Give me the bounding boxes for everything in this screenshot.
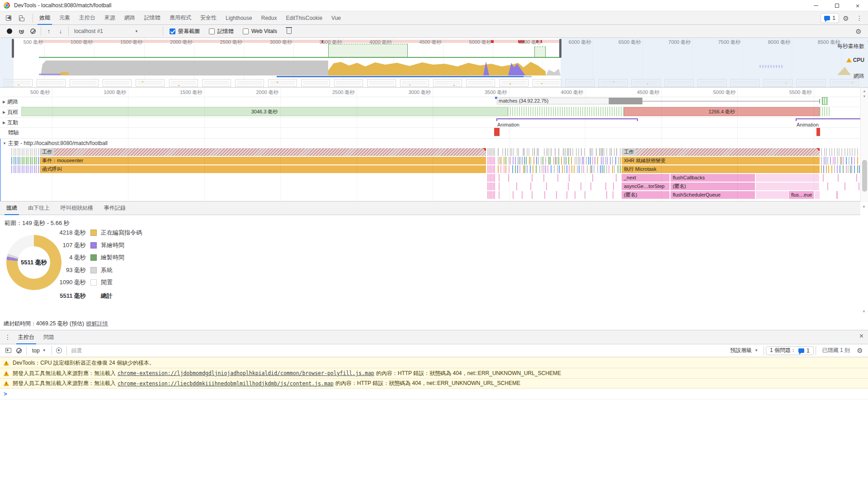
layout-shift-marker[interactable] [816, 128, 820, 136]
source-map-link[interactable]: chrome-extension://liecbddmkiiihnedobmlm… [118, 380, 334, 387]
tab-network[interactable]: 網路 [120, 11, 140, 25]
js-frame-bar[interactable]: _next [622, 174, 670, 182]
flame-sliver [499, 174, 500, 182]
maximize-button[interactable] [826, 0, 847, 11]
flame-chart-area[interactable]: ▶網路 ▶頁框 ▶互動 體驗 matches (34.92.22.75) 304… [0, 88, 860, 202]
issues-counter[interactable]: 1 個問題： 1 [766, 346, 814, 355]
network-request[interactable]: matches (34.92.22.75) [497, 98, 609, 104]
frame-partial[interactable] [508, 107, 624, 116]
memory-checkbox[interactable]: 記憶體 [209, 28, 234, 35]
frame-dropped[interactable]: 1266.4 毫秒 [624, 107, 820, 116]
console-prompt[interactable]: > [0, 389, 868, 399]
scroll-down-icon[interactable]: ▼ [863, 94, 866, 99]
function-call-bar[interactable]: 函式呼叫 [40, 165, 486, 173]
device-toolbar-button[interactable] [15, 12, 29, 24]
tab-lighthouse[interactable]: Lighthouse [221, 11, 257, 25]
js-frame-bar[interactable]: flus…eue [789, 191, 814, 199]
capture-settings-button[interactable]: ⚙ [853, 26, 864, 37]
layout-shift-marker[interactable] [494, 128, 500, 136]
tab-event-log[interactable]: 事件記錄 [99, 202, 131, 215]
context-select[interactable]: top▼ [32, 347, 46, 354]
minimize-button[interactable] [806, 0, 826, 11]
tab-redux[interactable]: Redux [257, 11, 282, 25]
drawer-more-button[interactable]: ⋮ [0, 333, 14, 341]
track-network[interactable]: ▶網路 [3, 98, 18, 106]
drawer-tab-issues[interactable]: 問題 [39, 330, 59, 344]
tab-sources[interactable]: 來源 [100, 11, 120, 25]
frame-ok[interactable]: 3046.3 毫秒 [21, 107, 508, 116]
save-profile-button[interactable]: ↓ [55, 26, 66, 37]
timeline-overview[interactable]: 每秒畫格數 CPU 網路 500 毫秒1000 毫秒1500 毫秒2000 毫秒… [0, 38, 868, 88]
track-experience[interactable]: 體驗 [3, 129, 19, 136]
selection-left-handle[interactable] [12, 39, 14, 58]
tab-editthiscookie[interactable]: EditThisCookie [281, 11, 327, 25]
event-bar[interactable]: XHR 就緒狀態變更 [622, 157, 820, 164]
fps-drop-block [328, 44, 408, 57]
tab-console[interactable]: 主控台 [75, 11, 100, 25]
tab-performance[interactable]: 效能 [35, 11, 55, 25]
track-frames[interactable]: ▶頁框 [3, 108, 18, 116]
screenshots-checkbox[interactable]: 螢幕截圖 [170, 28, 200, 35]
web-vitals-checkbox[interactable]: Web Vitals [243, 28, 277, 34]
console-messages-button[interactable]: 1 [821, 13, 839, 23]
inspect-element-button[interactable] [2, 12, 15, 24]
load-profile-button[interactable]: ↑ [43, 26, 55, 37]
live-expression-button[interactable] [54, 346, 65, 356]
clear-console-button[interactable] [14, 346, 24, 356]
tab-call-tree[interactable]: 呼叫樹狀結構 [55, 202, 99, 215]
garbage-collect-button[interactable] [282, 26, 293, 37]
console-settings-button[interactable]: ⚙ [854, 346, 865, 356]
log-levels-select[interactable]: 預設層級▼ [730, 347, 758, 354]
more-options-button[interactable]: ⋮ [853, 14, 866, 22]
profile-select[interactable]: localhost #1 ▼ [71, 28, 161, 34]
task-bar[interactable]: 工作 [622, 148, 820, 156]
tab-memory[interactable]: 記憶體 [140, 11, 165, 25]
scrollbar-thumb[interactable] [862, 160, 867, 192]
overview-ruler-label: 8000 毫秒 [750, 39, 790, 46]
main-thread-header[interactable]: ▼主要 - http://localhost:8080/match/footba… [3, 140, 108, 147]
tab-bottom-up[interactable]: 由下往上 [23, 202, 55, 215]
scroll-down-icon[interactable]: ▼ [862, 310, 866, 314]
js-frame-bar[interactable] [756, 174, 819, 182]
flame-ruler-label: 3000 毫秒 [390, 89, 431, 96]
tab-elements[interactable]: 元素 [55, 11, 75, 25]
js-frame-bar[interactable]: (匿名) [622, 191, 670, 199]
source-map-link[interactable]: chrome-extension://ljdobmomdgdljniojadho… [118, 370, 374, 376]
overview-ruler-label: 500 毫秒 [2, 39, 43, 46]
drawer-tab-console[interactable]: 主控台 [14, 330, 39, 344]
selection-right-handle[interactable] [559, 39, 561, 58]
js-frame-bar[interactable] [815, 191, 820, 199]
flame-scrollbar[interactable]: ▲ ▼ [860, 88, 868, 202]
tab-security[interactable]: 安全性 [196, 11, 221, 25]
tab-summary[interactable]: 匯總 [1, 202, 23, 215]
summary-scrollbar[interactable]: ▲ ▼ [860, 202, 868, 317]
event-bar[interactable]: 事件：mouseenter [40, 157, 486, 164]
flame-sliver [850, 165, 851, 173]
reload-and-record-button[interactable] [15, 26, 27, 37]
task-bar[interactable]: 工作 [40, 148, 486, 156]
drawer-close-button[interactable]: × [859, 332, 863, 340]
frame-partial[interactable] [820, 107, 831, 116]
js-frame-bar[interactable]: flushCallbacks [670, 174, 755, 182]
record-button[interactable] [4, 26, 15, 37]
console-sidebar-button[interactable] [3, 346, 14, 356]
flame-sliver [30, 165, 31, 173]
settings-button[interactable]: ⚙ [839, 12, 853, 24]
js-frame-bar[interactable]: asyncGe…torStep [622, 183, 670, 190]
interaction-bracket[interactable] [496, 118, 638, 121]
tab-vue[interactable]: Vue [327, 11, 345, 25]
clear-recording-button[interactable] [27, 26, 39, 37]
track-interactions[interactable]: ▶互動 [3, 119, 18, 127]
console-filter-input[interactable] [71, 347, 726, 354]
js-frame-bar[interactable]: flushSchedulerQueue [670, 191, 755, 199]
tab-application[interactable]: 應用程式 [165, 11, 196, 25]
scroll-up-icon[interactable]: ▲ [862, 204, 866, 208]
js-frame-bar[interactable] [756, 183, 819, 190]
scroll-up-icon[interactable]: ▲ [863, 89, 866, 93]
microtask-bar[interactable]: 執行 Microtask [622, 165, 820, 173]
learn-more-link[interactable]: 瞭解詳情 [86, 320, 108, 328]
interaction-bracket[interactable] [796, 118, 860, 121]
close-button[interactable]: × [847, 0, 868, 11]
js-frame-bar[interactable]: (匿名) [670, 183, 755, 190]
js-frame-bar[interactable] [756, 191, 788, 199]
